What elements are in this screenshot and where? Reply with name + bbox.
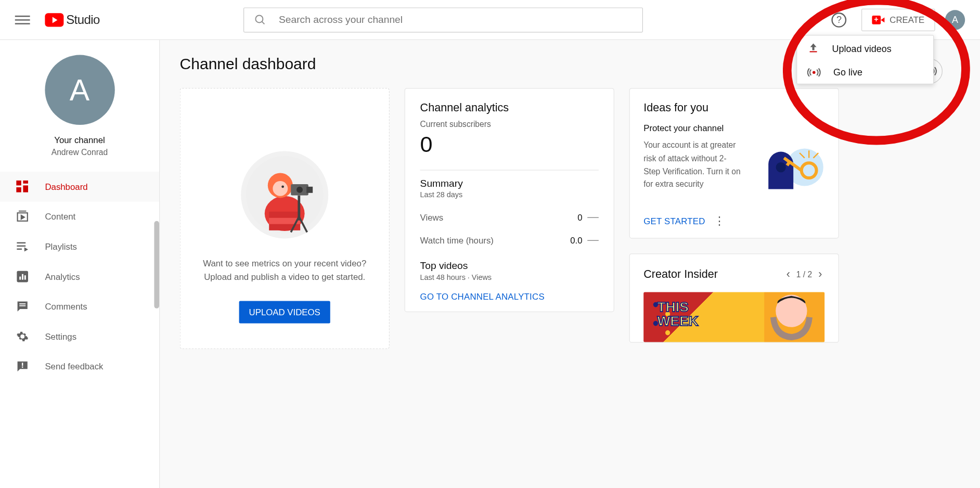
channel-owner-name: Andrew Conrad bbox=[51, 147, 108, 157]
upload-videos-button[interactable]: UPLOAD VIDEOS bbox=[239, 301, 330, 323]
top-videos-subtitle: Last 48 hours · Views bbox=[420, 273, 599, 281]
svg-point-3 bbox=[813, 71, 815, 74]
svg-point-31 bbox=[281, 185, 284, 188]
subscribers-label: Current subscribers bbox=[420, 119, 599, 129]
svg-rect-20 bbox=[22, 363, 23, 366]
sidebar-nav: Dashboard Content Playlists Analytics Co… bbox=[0, 172, 159, 381]
go-live-menu-item[interactable]: Go live bbox=[797, 60, 933, 83]
main-area: A Your channel Andrew Conrad Dashboard C… bbox=[0, 40, 980, 488]
content-area: Channel dashboard bbox=[160, 40, 980, 488]
svg-line-1 bbox=[262, 21, 264, 24]
channel-title: Your channel bbox=[54, 135, 105, 145]
stat-value: 0.0 bbox=[570, 235, 582, 245]
upload-videos-label: Upload videos bbox=[832, 43, 892, 53]
comments-icon bbox=[15, 299, 30, 314]
sidebar: A Your channel Andrew Conrad Dashboard C… bbox=[0, 40, 160, 488]
content-icon bbox=[15, 209, 30, 224]
stat-label: Views bbox=[420, 212, 444, 222]
svg-rect-16 bbox=[22, 274, 23, 280]
sidebar-item-comments[interactable]: Comments bbox=[0, 291, 159, 322]
upload-videos-menu-item[interactable]: Upload videos bbox=[797, 35, 933, 60]
sidebar-scrollbar[interactable] bbox=[154, 221, 159, 309]
search-box[interactable] bbox=[243, 7, 643, 32]
go-live-label: Go live bbox=[833, 67, 862, 77]
help-button[interactable]: ? bbox=[827, 7, 852, 32]
svg-rect-33 bbox=[306, 187, 313, 193]
create-button[interactable]: + CREATE bbox=[861, 8, 935, 31]
get-started-link[interactable]: GET STARTED bbox=[643, 216, 705, 226]
svg-point-49 bbox=[665, 330, 670, 336]
trend-dash-icon: — bbox=[587, 210, 599, 223]
svg-rect-18 bbox=[19, 303, 25, 304]
sidebar-item-content[interactable]: Content bbox=[0, 202, 159, 232]
stat-label: Watch time (hours) bbox=[420, 235, 494, 245]
analytics-title: Channel analytics bbox=[420, 101, 599, 114]
sidebar-item-settings[interactable]: Settings bbox=[0, 322, 159, 352]
playlists-icon bbox=[15, 239, 30, 254]
account-avatar[interactable]: A bbox=[945, 10, 965, 30]
hamburger-menu-button[interactable] bbox=[15, 12, 30, 27]
svg-rect-26 bbox=[269, 212, 300, 218]
help-icon: ? bbox=[832, 12, 847, 27]
channel-analytics-card: Channel analytics Current subscribers 0 … bbox=[405, 88, 614, 312]
sidebar-item-dashboard[interactable]: Dashboard bbox=[0, 172, 159, 202]
sidebar-item-playlists[interactable]: Playlists bbox=[0, 232, 159, 262]
sidebar-item-feedback[interactable]: Send feedback bbox=[0, 352, 159, 382]
create-dropdown-menu: Upload videos Go live bbox=[796, 35, 934, 84]
sidebar-item-label: Send feedback bbox=[45, 362, 103, 371]
youtube-icon bbox=[45, 13, 63, 27]
sidebar-item-label: Dashboard bbox=[45, 182, 87, 191]
svg-marker-9 bbox=[21, 215, 24, 219]
upload-illustration bbox=[241, 151, 328, 238]
svg-line-42 bbox=[787, 162, 790, 165]
studio-logo[interactable]: Studio bbox=[45, 12, 99, 27]
ideas-title: Ideas for you bbox=[643, 101, 824, 114]
channel-avatar[interactable]: A bbox=[45, 55, 114, 125]
summary-title: Summary bbox=[420, 178, 599, 189]
insider-counter: 1 / 2 bbox=[796, 269, 812, 279]
search-input[interactable] bbox=[279, 14, 632, 25]
svg-rect-2 bbox=[810, 51, 817, 52]
channel-info: A Your channel Andrew Conrad bbox=[0, 40, 159, 167]
trend-dash-icon: — bbox=[587, 234, 599, 247]
subscribers-count: 0 bbox=[420, 131, 599, 157]
divider bbox=[420, 170, 599, 170]
stat-row-watchtime: Watch time (hours) 0.0— bbox=[420, 228, 599, 251]
ideas-for-you-card: Ideas for you Protect your channel Your … bbox=[629, 88, 839, 238]
svg-rect-7 bbox=[16, 187, 21, 192]
summary-subtitle: Last 28 days bbox=[420, 190, 599, 199]
svg-rect-10 bbox=[17, 242, 25, 243]
sidebar-item-label: Analytics bbox=[45, 272, 80, 281]
svg-marker-13 bbox=[24, 247, 28, 251]
stat-row-views: Views 0— bbox=[420, 206, 599, 228]
logo-text: Studio bbox=[66, 12, 99, 27]
analytics-icon bbox=[15, 269, 30, 284]
svg-rect-21 bbox=[22, 366, 23, 367]
broadcast-icon bbox=[807, 67, 821, 77]
go-to-analytics-link[interactable]: GO TO CHANNEL ANALYTICS bbox=[420, 291, 599, 301]
svg-rect-4 bbox=[16, 181, 21, 186]
upload-prompt-card: Want to see metrics on your recent video… bbox=[180, 88, 390, 349]
create-button-label: CREATE bbox=[889, 15, 924, 24]
chevron-right-icon[interactable]: › bbox=[816, 265, 824, 284]
ideas-subtitle: Protect your channel bbox=[643, 123, 824, 133]
svg-rect-5 bbox=[23, 181, 28, 184]
create-video-icon: + bbox=[872, 15, 885, 24]
chevron-left-icon[interactable]: ‹ bbox=[784, 265, 793, 284]
sidebar-item-label: Settings bbox=[45, 331, 76, 341]
svg-rect-17 bbox=[24, 275, 26, 279]
gear-icon bbox=[15, 329, 30, 344]
more-options-icon[interactable]: ⋮ bbox=[714, 214, 725, 228]
svg-point-30 bbox=[273, 181, 288, 196]
sidebar-item-label: Content bbox=[45, 212, 75, 222]
insider-video-thumbnail[interactable]: THIS WEEK bbox=[643, 292, 824, 342]
upload-icon bbox=[807, 42, 820, 54]
creator-insider-card: Creator Insider ‹ 1 / 2 › bbox=[629, 253, 839, 343]
sidebar-item-analytics[interactable]: Analytics bbox=[0, 262, 159, 292]
svg-point-0 bbox=[255, 15, 263, 22]
feedback-icon bbox=[15, 359, 30, 374]
sidebar-item-label: Playlists bbox=[45, 241, 77, 251]
svg-point-34 bbox=[296, 187, 303, 193]
thumb-text-line2: WEEK bbox=[657, 314, 699, 329]
top-videos-title: Top videos bbox=[420, 260, 599, 272]
